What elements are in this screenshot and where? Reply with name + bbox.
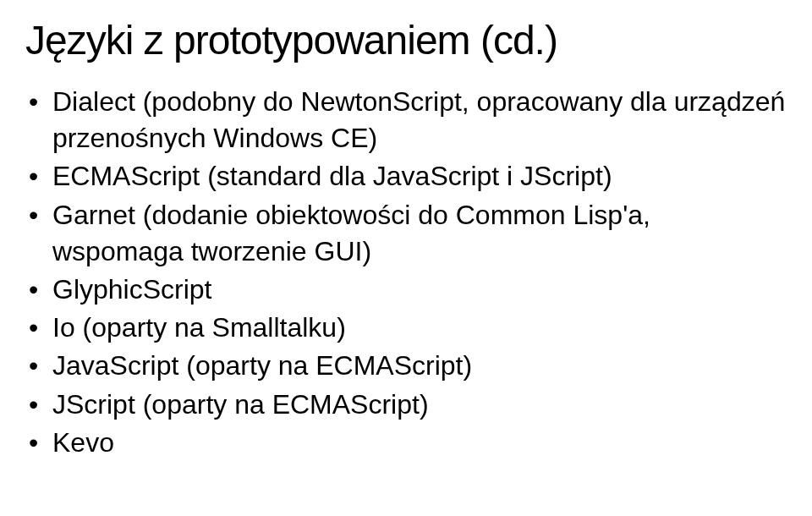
list-item: JavaScript (oparty na ECMAScript) [29,348,787,384]
list-item: Dialect (podobny do NewtonScript, opraco… [29,84,787,156]
list-item: Kevo [29,425,787,461]
list-item: Garnet (dodanie obiektowości do Common L… [29,197,787,270]
slide-title: Języki z prototypowaniem (cd.) [25,17,787,63]
list-item: JScript (oparty na ECMAScript) [29,387,787,423]
list-item: ECMAScript (standard dla JavaScript i JS… [29,158,787,195]
list-item: GlyphicScript [29,272,787,308]
list-item: Io (oparty na Smalltalku) [29,310,787,346]
bullet-list: Dialect (podobny do NewtonScript, opraco… [25,84,787,461]
